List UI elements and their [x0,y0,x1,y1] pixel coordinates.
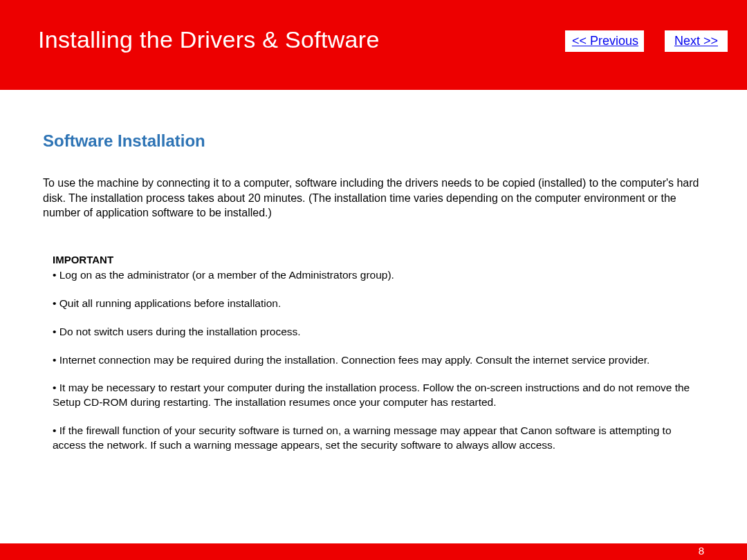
page-title: Installing the Drivers & Software [38,26,380,53]
bullet-item: • Quit all running applications before i… [53,297,704,311]
previous-button[interactable]: << Previous [565,30,644,52]
next-button[interactable]: Next >> [665,30,728,52]
important-label: IMPORTANT [53,254,704,265]
important-section: IMPORTANT • Log on as the administrator … [43,254,704,453]
intro-paragraph: To use the machine by connecting it to a… [43,176,704,221]
bullet-item: • Log on as the administrator (or a memb… [53,268,704,283]
content-area: Software Installation To use the machine… [0,90,747,453]
header-band: Installing the Drivers & Software << Pre… [0,0,747,90]
footer-band: 8 [0,543,747,560]
section-subtitle: Software Installation [43,131,704,151]
bullet-item: • Do not switch users during the install… [53,325,704,339]
bullet-item: • It may be necessary to restart your co… [53,381,704,410]
bullet-item: • If the firewall function of your secur… [53,424,704,453]
page-number: 8 [699,545,704,557]
bullet-item: • Internet connection may be required du… [53,353,704,368]
nav-buttons: << Previous Next >> [565,30,728,52]
